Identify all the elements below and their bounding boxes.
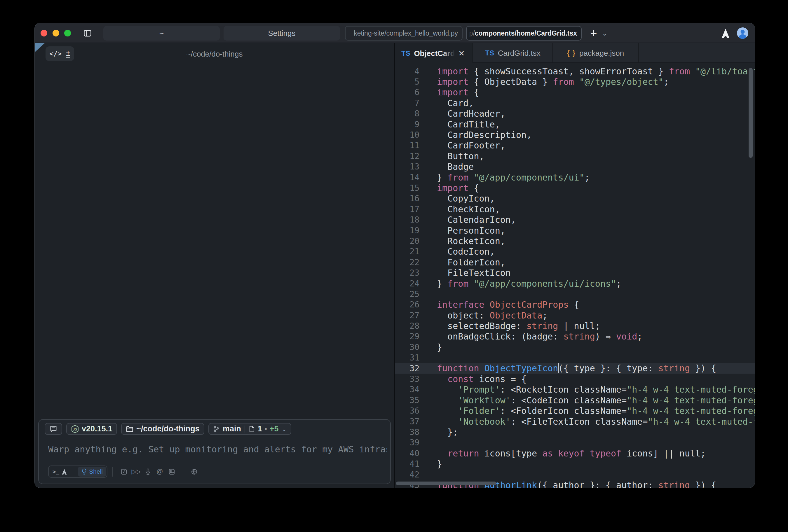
close-window-button[interactable] (41, 30, 47, 37)
code-line[interactable]: 34 'Prompt': <RocketIcon className="h-4 … (395, 384, 755, 395)
code-text: CardFooter, (437, 140, 506, 150)
command-input-placeholder[interactable]: Warp anything e.g. Set up monitoring and… (48, 444, 387, 454)
line-number: 38 (395, 427, 419, 437)
line-number: 24 (395, 279, 419, 288)
code-line[interactable]: 10 CardDescription, (395, 129, 755, 140)
code-text: FolderIcon, (437, 257, 506, 267)
editor-tab-packagejson[interactable]: { } package.json (553, 43, 638, 63)
line-number: 32 (395, 364, 419, 373)
code-line[interactable]: 16 CopyIcon, (395, 193, 755, 204)
node-version-chip[interactable]: JS v20.15.1 (66, 423, 117, 435)
tab-python-file[interactable]: keting-site/complex_hello_world.py (345, 26, 462, 41)
tab-python-file-label: keting-site/complex_hello_world.py (354, 29, 458, 37)
code-line[interactable]: 30} (395, 342, 755, 352)
line-number: 28 (395, 321, 419, 331)
code-line[interactable]: 28 selectedBadge: string | null; (395, 321, 755, 331)
code-line[interactable]: 40 return icons[type as keyof typeof ico… (395, 448, 755, 458)
typescript-badge-icon: TS (401, 49, 410, 58)
editor-tab-cardgrid[interactable]: TS CardGrid.tsx (473, 43, 552, 63)
code-line[interactable]: 38 }; (395, 427, 755, 437)
new-tab-button[interactable]: + (588, 27, 600, 39)
terminal-pane: </> ± ~/code/do-things (35, 43, 394, 488)
code-line[interactable]: 11 CardFooter, (395, 140, 755, 151)
code-line[interactable]: 32function ObjectTypeIcon({ type }: { ty… (395, 363, 755, 374)
code-text: CardDescription, (437, 130, 532, 140)
code-line[interactable]: 7 Card, (395, 98, 755, 108)
code-line[interactable]: 23 FileTextIcon (395, 267, 755, 278)
command-input-block[interactable]: JS v20.15.1 ~/code/do-things (38, 419, 391, 484)
microphone-icon[interactable] (142, 467, 154, 476)
code-line[interactable]: 31 (395, 353, 755, 363)
code-line[interactable]: 22 FolderIcon, (395, 257, 755, 267)
tab-left-fade (467, 26, 475, 40)
line-number: 6 (395, 87, 419, 97)
code-text: } (437, 459, 442, 469)
mention-icon[interactable]: @ (154, 467, 166, 476)
code-text: } (437, 342, 442, 352)
code-line[interactable]: 8 CardHeader, (395, 108, 755, 119)
toolbar-divider (112, 467, 113, 476)
code-line[interactable]: 14} from "@/app/components/ui"; (395, 172, 755, 183)
code-line[interactable]: 20 RocketIcon, (395, 236, 755, 246)
code-line[interactable]: 18 CalendarIcon, (395, 214, 755, 225)
editor-tab-objectcard[interactable]: TS ObjectCard.tsx ✕ (395, 43, 473, 64)
mode-selector[interactable]: >_ Shell (48, 466, 107, 478)
tab-list-chevron-icon[interactable]: ⌄ (600, 28, 609, 38)
minimize-window-button[interactable] (53, 30, 59, 37)
horizontal-scrollbar[interactable] (396, 482, 496, 485)
prompt-editor-icon[interactable] (118, 467, 130, 476)
code-line[interactable]: 35 'Workflow': <CodeIcon className="h-4 … (395, 395, 755, 405)
autosuggest-icon[interactable]: ▷▷ (130, 467, 142, 476)
code-line[interactable]: 33 const icons = { (395, 374, 755, 384)
code-text: object: ObjectData; (437, 310, 548, 321)
code-text: onBadgeClick: (badge: string) ⇒ void; (437, 331, 642, 342)
nodejs-icon: JS (71, 425, 79, 433)
prompt-mode-icon[interactable]: >_ (49, 468, 62, 475)
tab-settings[interactable]: Settings (223, 26, 340, 41)
code-line[interactable]: 27 object: ObjectData; (395, 310, 755, 321)
warp-logo-icon[interactable] (721, 28, 730, 38)
code-line[interactable]: 9 CardTitle, (395, 119, 755, 129)
vertical-scrollbar[interactable] (749, 68, 753, 158)
user-avatar[interactable] (737, 27, 748, 39)
tab-home-label: ~ (159, 29, 164, 38)
code-line[interactable]: 6import { (395, 87, 755, 98)
shell-mode-pill[interactable]: Shell (78, 467, 106, 476)
code-line[interactable]: 19 PersonIcon, (395, 225, 755, 236)
code-line[interactable]: 25 (395, 289, 755, 299)
git-status-chip[interactable]: main 1 • +5 ⌄ (209, 423, 291, 435)
code-editor[interactable]: 4import { showSuccessToast, showErrorToa… (395, 66, 755, 488)
code-line[interactable]: 4import { showSuccessToast, showErrorToa… (395, 66, 755, 77)
attach-image-icon[interactable] (166, 467, 178, 476)
code-line[interactable]: 21 CodeIcon, (395, 246, 755, 257)
git-branch-icon (213, 425, 220, 433)
tab-home[interactable]: ~ (103, 26, 220, 41)
code-line[interactable]: 37 'Notebook': <FileTextIcon className="… (395, 416, 755, 427)
code-line[interactable]: 39 (395, 437, 755, 448)
close-tab-icon[interactable]: ✕ (458, 49, 465, 58)
code-line[interactable]: 13 Badge (395, 162, 755, 172)
code-line[interactable]: 26interface ObjectCardProps { (395, 300, 755, 310)
code-line[interactable]: 12 Button, (395, 151, 755, 161)
code-line[interactable]: 17 CheckIcon, (395, 204, 755, 214)
line-number: 26 (395, 300, 419, 309)
line-number: 9 (395, 120, 419, 129)
agent-mode-icon[interactable] (62, 469, 67, 475)
ai-brain-icon[interactable] (188, 467, 200, 476)
sidebar-toggle-icon[interactable] (83, 29, 92, 38)
code-line[interactable]: 5import { ObjectData } from "@/types/obj… (395, 77, 755, 87)
code-line[interactable]: 42 (395, 469, 755, 480)
context-chips: JS v20.15.1 ~/code/do-things (45, 423, 291, 435)
file-icon (249, 425, 255, 433)
code-text: PersonIcon, (437, 225, 506, 236)
chat-context-chip[interactable] (45, 423, 62, 435)
code-line[interactable]: 29 onBadgeClick: (badge: string) ⇒ void; (395, 331, 755, 342)
code-line[interactable]: 24} from "@/app/components/ui/icons"; (395, 278, 755, 289)
zoom-window-button[interactable] (64, 30, 71, 37)
code-text: CheckIcon, (437, 204, 500, 214)
code-line[interactable]: 36 'Folder': <FolderIcon className="h-4 … (395, 406, 755, 416)
code-line[interactable]: 15import { (395, 183, 755, 193)
tab-cardgrid-active[interactable]: p/components/home/CardGrid.tsx (466, 26, 582, 41)
code-line[interactable]: 41} (395, 458, 755, 469)
cwd-chip[interactable]: ~/code/do-things (121, 423, 204, 435)
